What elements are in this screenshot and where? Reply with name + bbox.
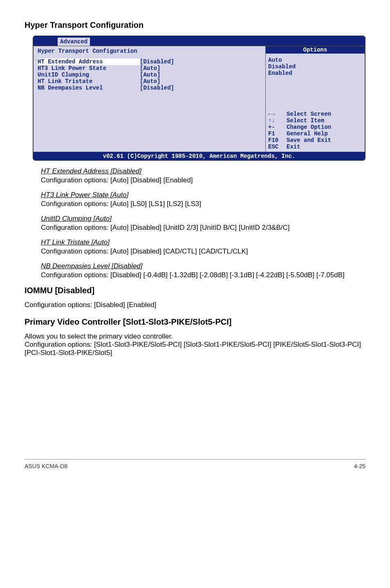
bios-nav-key: F10 xyxy=(268,137,287,144)
item-title: HT Extended Address [Disabled] xyxy=(41,167,365,175)
bios-nav-action: Select Screen xyxy=(287,111,331,117)
bios-panel-title: Hyper Transport Configuration xyxy=(38,48,261,56)
bios-nav-key: ↑↓ xyxy=(268,117,287,124)
footer-right: 4-25 xyxy=(354,463,365,469)
bios-screenshot: Advanced Hyper Transport Configuration H… xyxy=(33,36,365,161)
section-text: Allows you to select the primary video c… xyxy=(25,332,365,357)
bios-field: HT3 Link Power State [Auto] xyxy=(38,65,261,72)
bios-nav-key: F1 xyxy=(268,130,287,137)
bios-field-val: [Auto] xyxy=(140,72,160,78)
bios-field: HT Extended Address [Disabled] xyxy=(38,58,261,65)
bios-field-key: HT3 Link Power State xyxy=(38,65,140,72)
bios-option: Enabled xyxy=(268,70,362,76)
bios-option: Disabled xyxy=(268,63,362,70)
bios-option: Auto xyxy=(268,57,362,63)
section-title-primary-video: Primary Video Controller [Slot1-Slot3-PI… xyxy=(25,317,365,327)
bios-options-label: Options xyxy=(266,46,365,54)
item-text: Configuration options: [Auto] [Disabled]… xyxy=(41,176,365,184)
bios-nav-action: Exit xyxy=(287,144,300,150)
bios-nav-help: ←→Select Screen ↑↓Select Item +-Change O… xyxy=(268,111,362,150)
item-title: NB Deempasies Level [Disabled] xyxy=(41,262,365,270)
item-title: UnitID Clumping [Auto] xyxy=(41,215,365,223)
bios-tabbar: Advanced xyxy=(33,36,365,46)
section-title-hypertransport: Hyper Transport Configuration xyxy=(25,20,365,30)
bios-field-val: [Auto] xyxy=(140,78,160,85)
item-text: Configuration options: [Auto] [Disabled]… xyxy=(41,247,365,256)
bios-field-val: [Auto] xyxy=(140,65,160,72)
footer-left: ASUS KCMA-D8 xyxy=(25,463,67,469)
item-title: HT Link Tristate [Auto] xyxy=(41,238,365,247)
bios-nav-action: Save and Exit xyxy=(287,137,331,144)
item-text: Configuration options: [Auto] [Disabled]… xyxy=(41,224,365,232)
bios-field-key: HT Link Tristate xyxy=(38,78,140,85)
section-title-iommu: IOMMU [Disabled] xyxy=(25,286,365,295)
bios-field: UnitID Clumping [Auto] xyxy=(38,72,261,78)
bios-field: NB Deempasies Level [Disabled] xyxy=(38,85,261,91)
bios-nav-key: ESC xyxy=(268,144,287,150)
bios-field-val: [Disabled] xyxy=(140,85,174,91)
bios-field-val: [Disabled] xyxy=(140,58,174,65)
bios-nav-action: General Help xyxy=(287,130,328,137)
section-text: Configuration options: [Disabled] [Enabl… xyxy=(25,301,365,309)
item-text: Configuration options: [Disabled] [-0.4d… xyxy=(41,271,365,279)
bios-nav-action: Change Option xyxy=(287,124,331,130)
item-text: Configuration options: [Auto] [LS0] [LS1… xyxy=(41,200,365,208)
bios-nav-action: Select Item xyxy=(287,117,324,124)
bios-right-panel: Options Auto Disabled Enabled ←→Select S… xyxy=(265,46,365,152)
bios-nav-key: +- xyxy=(268,124,287,130)
bios-field-key: UnitID Clumping xyxy=(38,72,140,78)
bios-tab-advanced: Advanced xyxy=(58,38,90,46)
item-title: HT3 Link Power State [Auto] xyxy=(41,191,365,199)
bios-nav-key: ←→ xyxy=(268,111,287,117)
bios-footer: v02.61 (C)Copyright 1985-2010, American … xyxy=(33,152,365,160)
page-footer: ASUS KCMA-D8 4-25 xyxy=(25,459,365,469)
bios-field: HT Link Tristate [Auto] xyxy=(38,78,261,85)
bios-field-key: HT Extended Address xyxy=(38,58,140,65)
bios-left-panel: Hyper Transport Configuration HT Extende… xyxy=(33,46,265,152)
bios-field-key: NB Deempasies Level xyxy=(38,85,140,91)
